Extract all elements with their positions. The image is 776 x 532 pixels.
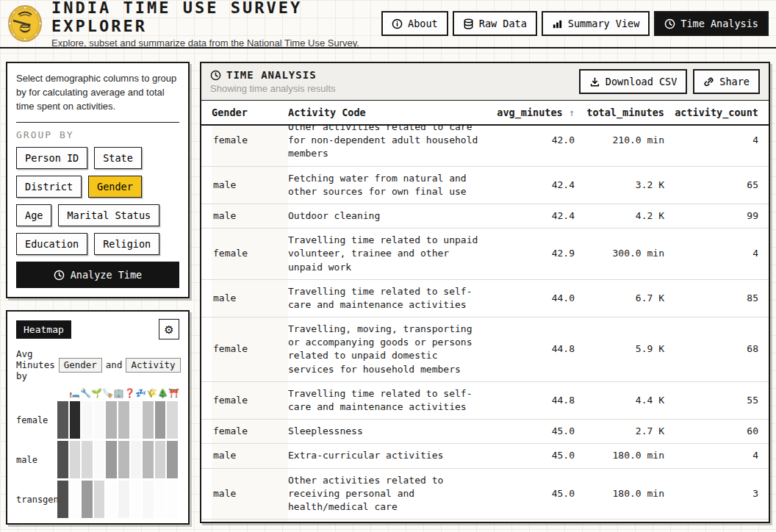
group-by-chip-state[interactable]: State (94, 147, 142, 169)
group-by-chip-gender[interactable]: Gender (88, 176, 142, 198)
heatmap-badge: Heatmap (16, 320, 71, 339)
activity-emoji-icon: 🎄 (157, 387, 168, 399)
heatmap-cell[interactable] (82, 401, 93, 439)
heatmap-cell[interactable] (155, 441, 166, 478)
heatmap-cell[interactable] (106, 401, 117, 439)
heatmap-cell[interactable] (70, 441, 81, 478)
table-header-row: Gender Activity Code avg_minutes ↑ total… (201, 101, 769, 126)
page-title: INDIA TIME USE SURVEY EXPLORER (51, 0, 373, 35)
heatmap-cell[interactable] (155, 401, 166, 439)
cell-total-minutes: 3.2 K (575, 179, 664, 192)
cell-total-minutes: 4.2 K (575, 209, 664, 223)
heatmap-cell[interactable] (143, 401, 154, 439)
cell-gender: male (212, 444, 288, 467)
cell-activity-code: Travelling, moving, transporting or acco… (288, 323, 488, 376)
heatmap-cell[interactable] (106, 441, 117, 478)
table-row: femaleTravelling time related to self-ca… (201, 382, 769, 420)
cell-activity-code: Travelling time related to self-care and… (288, 387, 488, 414)
cell-gender: female (212, 229, 288, 279)
share-label: Share (719, 76, 750, 87)
heatmap-panel: Heatmap ⚙ Avg Minutes by Gender and Acti… (6, 310, 190, 525)
heatmap-cell[interactable] (131, 481, 142, 518)
heatmap-cell[interactable] (143, 481, 154, 518)
heatmap-caption-conjunction: and (106, 359, 123, 370)
heatmap-cell[interactable] (155, 481, 166, 518)
share-button[interactable]: Share (693, 69, 760, 94)
database-icon (463, 18, 474, 29)
group-by-chip-age[interactable]: Age (16, 204, 51, 226)
column-header-total-minutes[interactable]: total_minutes (575, 107, 664, 118)
heatmap-cell[interactable] (82, 481, 93, 518)
activity-emoji-icon: 🌾 (146, 387, 157, 399)
nav-about-button[interactable]: About (381, 11, 448, 36)
cell-total-minutes: 180.0 min (575, 449, 664, 462)
cell-activity-count: 68 (664, 342, 758, 356)
nav-time-analysis-button[interactable]: Time Analysis (654, 11, 769, 36)
heatmap-cell[interactable] (118, 481, 129, 518)
heatmap-cell[interactable] (57, 401, 68, 439)
column-header-avg-minutes[interactable]: avg_minutes ↑ (488, 107, 575, 118)
heatmap-cell[interactable] (94, 441, 105, 478)
divider (16, 122, 179, 123)
heatmap-cell[interactable] (106, 481, 117, 518)
group-by-chip-education[interactable]: Education (16, 233, 87, 255)
column-header-activity-count[interactable]: activity_count (664, 107, 758, 118)
heatmap-row: female (16, 401, 179, 439)
download-csv-button[interactable]: Download CSV (579, 69, 688, 94)
heatmap-cell[interactable] (94, 401, 105, 439)
table-row: maleOutdoor cleaning42.44.2 K99 (201, 204, 769, 229)
nav-raw-data-label: Raw Data (479, 18, 527, 29)
column-header-gender[interactable]: Gender (212, 107, 288, 118)
heatmap-row: male (16, 441, 179, 478)
cell-activity-count: 4 (664, 134, 758, 147)
cell-total-minutes: 180.0 min (575, 487, 664, 500)
cell-gender: female (212, 420, 288, 443)
cell-gender: male (212, 280, 288, 317)
nav-summary-view-label: Summary View (568, 18, 640, 29)
panel-title: TIME ANALYSIS (226, 69, 317, 81)
group-by-chip-religion[interactable]: Religion (94, 233, 159, 255)
cell-avg-minutes: 45.0 (488, 449, 575, 462)
analyze-time-button[interactable]: Analyze Time (16, 262, 179, 288)
table-row: maleFetching water from natural and othe… (201, 167, 769, 204)
cell-total-minutes: 2.7 K (575, 425, 664, 438)
heatmap-row-label: transgen... (16, 495, 57, 505)
heatmap-cell[interactable] (94, 481, 105, 518)
nav-summary-view-button[interactable]: Summary View (542, 11, 650, 36)
column-header-activity-code[interactable]: Activity Code (288, 107, 488, 118)
group-by-chip-person-id[interactable]: Person ID (16, 147, 87, 169)
table-body: femaleOther activities related to care f… (201, 126, 769, 522)
heatmap-cell[interactable] (57, 441, 68, 478)
cell-gender: male (212, 469, 288, 520)
clock-icon (54, 270, 65, 281)
heatmap-cell[interactable] (118, 441, 129, 478)
table-row: maleExtra-curricular activities45.0180.0… (201, 444, 769, 468)
group-by-chip-marital-status[interactable]: Marital Status (58, 204, 159, 226)
page-subtitle: Explore, subset and summarize data from … (51, 37, 373, 48)
cell-activity-code: Other activities related to care for non… (288, 126, 488, 161)
cell-gender: female (212, 382, 288, 419)
link-icon (703, 76, 714, 87)
heatmap-cell[interactable] (167, 481, 178, 518)
heatmap-cell[interactable] (143, 441, 154, 478)
heatmap-cell[interactable] (57, 481, 68, 518)
heatmap-cell[interactable] (70, 481, 81, 518)
heatmap-cell[interactable] (70, 401, 81, 439)
cell-activity-code: Extra-curricular activities (288, 449, 488, 462)
heatmap-cell[interactable] (167, 401, 178, 439)
heatmap-cell[interactable] (131, 401, 142, 439)
heatmap-dimension-activity[interactable]: Activity (126, 358, 180, 373)
group-by-chip-district[interactable]: District (16, 176, 82, 198)
nav-raw-data-button[interactable]: Raw Data (453, 11, 537, 36)
heatmap-dimension-gender[interactable]: Gender (59, 358, 102, 373)
table-row: femaleCaring for children including feed… (201, 520, 769, 522)
heatmap-cell[interactable] (82, 441, 93, 478)
gear-icon[interactable]: ⚙ (159, 319, 179, 339)
group-by-panel: Select demographic columns to group by f… (6, 62, 190, 298)
group-by-chip-list: Person IDStateDistrictGenderAgeMarital S… (16, 147, 179, 266)
heatmap-cell[interactable] (167, 441, 178, 478)
cell-avg-minutes: 45.0 (488, 425, 575, 438)
heatmap-cell[interactable] (131, 441, 142, 478)
heatmap-cell[interactable] (118, 401, 129, 439)
cell-total-minutes: 5.9 K (575, 342, 664, 356)
